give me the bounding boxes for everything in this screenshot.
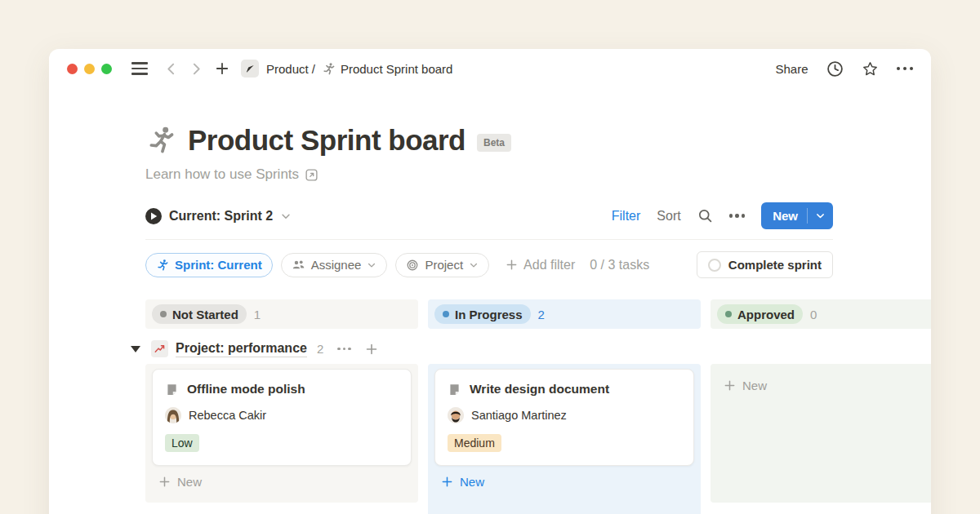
status-dot: [160, 311, 167, 317]
board-column-headers: Not Started 1 In Progress 2 Approved 0: [145, 299, 931, 329]
page-icon: [165, 383, 179, 397]
add-filter-button[interactable]: Add filter: [506, 258, 575, 273]
share-button[interactable]: Share: [775, 62, 808, 76]
status-pill-approved[interactable]: Approved: [717, 304, 803, 324]
column-count: 1: [254, 308, 261, 321]
learn-sprints-link[interactable]: Learn how to use Sprints: [145, 166, 931, 183]
learn-sprints-label: Learn how to use Sprints: [145, 166, 299, 183]
complete-sprint-button[interactable]: Complete sprint: [697, 251, 833, 278]
avatar: [448, 407, 464, 423]
plus-icon: [724, 379, 736, 392]
product-workspace-icon[interactable]: [241, 60, 259, 78]
task-card-offline-mode-polish[interactable]: Offline mode polish Rebecca Cakir Low: [152, 369, 412, 466]
task-progress: 0 / 3 tasks: [590, 258, 649, 273]
new-button-label: New: [773, 209, 798, 223]
assignee-name: Rebecca Cakir: [189, 409, 266, 422]
people-icon: [292, 258, 305, 272]
column-in-progress: Write design document Santiago Martinez …: [428, 364, 701, 514]
group-count: 2: [317, 342, 323, 356]
status-dot: [443, 311, 449, 317]
search-icon[interactable]: [697, 208, 713, 224]
view-more-icon[interactable]: [729, 214, 746, 218]
column-not-started: Offline mode polish Rebecca Cakir Low: [145, 364, 418, 503]
chevron-down-icon: [280, 210, 292, 222]
column-name: In Progress: [455, 308, 523, 321]
sidebar-toggle-icon[interactable]: [131, 62, 148, 74]
collapse-triangle-icon[interactable]: [131, 346, 140, 352]
filter-button[interactable]: Filter: [612, 209, 641, 224]
plus-icon: [441, 476, 453, 488]
minimize-window-button[interactable]: [84, 64, 95, 74]
priority-tag: Medium: [448, 434, 501, 452]
sprint-filter-chip[interactable]: Sprint: Current: [145, 253, 273, 277]
back-chevron-icon[interactable]: [164, 62, 178, 76]
sprint-chip-label: Sprint: Current: [175, 258, 262, 272]
column-header-in-progress: In Progress 2: [428, 299, 701, 329]
board-group-row: Project: performance 2: [131, 340, 931, 357]
sprint-view-selector[interactable]: Current: Sprint 2: [145, 208, 292, 224]
zoom-window-button[interactable]: [101, 64, 112, 74]
column-count: 2: [538, 308, 545, 321]
runner-icon: [322, 62, 336, 76]
group-label[interactable]: Project: performance: [176, 341, 307, 357]
card-title: Write design document: [470, 382, 609, 397]
breadcrumb-parent[interactable]: Product: [266, 62, 309, 76]
runner-icon: [156, 259, 169, 272]
project-filter-chip[interactable]: Project: [395, 253, 489, 277]
board-card-columns: Offline mode polish Rebecca Cakir Low: [145, 364, 931, 514]
column-name: Not Started: [172, 308, 238, 321]
column-header-not-started: Not Started 1: [145, 299, 418, 329]
external-link-icon: [305, 168, 318, 182]
traffic-lights: [67, 64, 112, 74]
new-button[interactable]: New: [761, 202, 833, 229]
page-icon: [448, 383, 461, 397]
column-approved: New: [710, 364, 931, 503]
new-chevron-down-icon[interactable]: [808, 210, 833, 221]
assignee-name: Santiago Martinez: [471, 409, 567, 422]
column-count: 0: [810, 308, 817, 321]
clock-icon[interactable]: [826, 60, 844, 78]
more-options-icon[interactable]: [897, 67, 914, 71]
task-card-write-design-document[interactable]: Write design document Santiago Martinez …: [434, 369, 694, 466]
new-page-icon[interactable]: [215, 61, 229, 76]
priority-tag: Low: [165, 434, 199, 452]
group-add-icon[interactable]: [365, 343, 378, 356]
chart-up-icon: [151, 340, 168, 357]
app-window: Product / Product Sprint board Share Pro…: [49, 49, 931, 514]
project-chip-label: Project: [425, 258, 463, 272]
new-card-label: New: [177, 475, 202, 489]
assignee-filter-chip[interactable]: Assignee: [281, 253, 388, 277]
status-pill-not-started[interactable]: Not Started: [152, 304, 247, 324]
new-card-label: New: [742, 379, 767, 392]
page-title: Product Sprint board: [188, 124, 466, 157]
page-runner-icon: [145, 125, 176, 156]
new-card-button[interactable]: New: [152, 466, 412, 498]
assignee-chip-label: Assignee: [311, 258, 362, 272]
beta-badge: Beta: [477, 134, 511, 152]
close-window-button[interactable]: [67, 64, 78, 74]
status-pill-in-progress[interactable]: In Progress: [434, 304, 531, 324]
forward-chevron-icon[interactable]: [189, 62, 203, 76]
chevron-down-icon: [367, 260, 376, 270]
plus-icon: [506, 259, 518, 271]
new-card-button[interactable]: New: [717, 369, 931, 401]
sort-button[interactable]: Sort: [657, 209, 680, 224]
window-topbar: Product / Product Sprint board Share: [49, 49, 931, 88]
new-card-label: New: [460, 475, 484, 489]
new-card-button[interactable]: New: [434, 466, 694, 498]
add-filter-label: Add filter: [523, 258, 575, 273]
filter-bar: Sprint: Current Assignee Project: [145, 251, 833, 278]
favorite-star-icon[interactable]: [862, 60, 879, 78]
group-more-icon[interactable]: [337, 348, 351, 351]
breadcrumb-current[interactable]: Product Sprint board: [341, 62, 453, 76]
avatar: [165, 407, 181, 423]
view-toolbar: Current: Sprint 2 Filter Sort New: [145, 202, 833, 240]
card-title: Offline mode polish: [187, 382, 305, 397]
progress-ring-icon: [708, 259, 721, 272]
target-icon: [406, 259, 419, 272]
view-selector-label: Current: Sprint 2: [169, 209, 273, 224]
column-name: Approved: [737, 308, 795, 321]
play-icon: [145, 208, 162, 224]
breadcrumb-separator: /: [312, 62, 315, 76]
column-header-approved: Approved 0: [710, 299, 931, 329]
